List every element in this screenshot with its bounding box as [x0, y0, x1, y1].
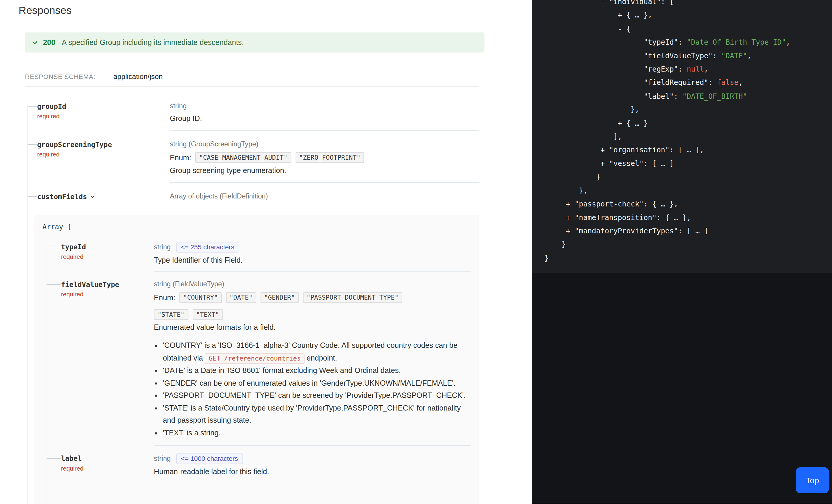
field-description: Group ID. — [170, 113, 479, 124]
enum-row: Enum: "CASE_MANAGEMENT_AUDIT" "ZERO_FOOT… — [170, 152, 479, 163]
code-token: : — [678, 38, 687, 47]
code-token: }, — [631, 105, 640, 114]
code-expand-icon[interactable]: + — [566, 213, 575, 221]
schema-field-groupScreeningType: groupScreeningType required string (Grou… — [25, 140, 479, 183]
field-left-cell: groupId required — [25, 102, 170, 131]
code-token: "individual" — [609, 0, 661, 6]
code-line: "regExp": null, — [544, 63, 832, 76]
field-description: Human-readable label for this field. — [154, 467, 471, 477]
code-token: "DATE_OF_BIRTH" — [682, 92, 747, 100]
stage: Responses 200 A specified Group includin… — [0, 0, 832, 504]
field-type: string — [154, 242, 171, 252]
field-value-type-bullets: 'COUNTRY' is a 'ISO_3166-1_alpha-3' Coun… — [154, 340, 471, 439]
code-line: } — [544, 251, 832, 265]
array-open-label: Array [ — [42, 223, 470, 231]
enum-label: Enum: — [170, 153, 191, 162]
code-token: { … } — [626, 118, 648, 127]
type-line: string <= 255 characters — [154, 242, 471, 253]
endpoint-chip: GET /reference/countries — [205, 353, 305, 364]
code-token: { — [626, 24, 631, 33]
chevron-down-icon — [31, 39, 38, 46]
code-line: + "organisation": [ … ], — [544, 143, 832, 157]
code-token: : { … }, — [656, 213, 691, 221]
code-token: } — [562, 240, 566, 248]
code-token: "DATE" — [721, 51, 747, 60]
bullet-text: endpoint. — [305, 353, 337, 362]
code-line: + "vessel": [ … ] — [544, 157, 832, 171]
code-token: } — [596, 173, 601, 181]
customFields-toggle[interactable]: customFields — [37, 192, 96, 201]
chevron-down-icon — [90, 194, 96, 200]
code-token: "vessel" — [609, 159, 644, 168]
field-description: Enumerated value formats for a field. — [154, 322, 471, 333]
code-token: } — [544, 254, 549, 262]
array-item-schema: typeId required string <= 255 characters… — [42, 242, 470, 477]
field-left-cell: typeId required — [42, 242, 154, 272]
schema-field-fieldValueType: fieldValueType required string (FieldVal… — [42, 280, 470, 446]
schema-field-customFields: customFields Array of objects (FieldDefi… — [25, 191, 479, 201]
code-line: } — [544, 238, 832, 251]
field-right-cell: Array of objects (FieldDefinition) — [170, 191, 479, 201]
response-200-banner[interactable]: 200 A specified Group including its imme… — [25, 32, 484, 52]
field-right-cell: string <= 1000 characters Human-readable… — [154, 453, 471, 477]
code-token: : [ — [661, 0, 674, 6]
bullet-item: 'PASSPORT_DOCUMENT_TYPE' can be screened… — [163, 389, 471, 402]
code-token: "regExp" — [644, 65, 678, 73]
code-expand-icon[interactable]: + — [618, 11, 626, 20]
code-sample: - "individual": [+ { … },- {"typeId": "D… — [544, 0, 832, 265]
code-token: "fieldValueType" — [644, 51, 712, 60]
enum-row: Enum: "COUNTRY" "DATE" "GENDER" "PASSPOR… — [154, 292, 471, 320]
code-token: { … }, — [626, 11, 652, 20]
field-type: string (GroupScreeningType) — [170, 140, 479, 149]
code-collapse-icon[interactable]: - — [600, 0, 609, 6]
code-expand-icon[interactable]: + — [600, 159, 609, 168]
required-badge: required — [37, 113, 170, 120]
code-token: , — [738, 78, 743, 87]
right-panel: - "individual": [+ { … },- {"typeId": "D… — [532, 0, 832, 504]
field-type: string (FieldValueType) — [154, 280, 471, 289]
media-type: application/json — [113, 73, 163, 81]
code-line: + "nameTransposition": { … }, — [544, 211, 832, 224]
bullet-item: 'TEXT' is a string. — [163, 427, 471, 439]
enum-value-chip: "ZERO_FOOTPRINT" — [295, 152, 364, 163]
code-token: "mandatoryProviderTypes" — [575, 227, 678, 235]
field-right-cell: string (FieldValueType) Enum: "COUNTRY" … — [154, 280, 471, 446]
enum-value-chip: "DATE" — [226, 292, 256, 303]
code-token: false — [717, 78, 738, 87]
code-token: : — [678, 65, 687, 73]
code-line: + "passport-check": { … }, — [544, 197, 832, 211]
field-name: typeId — [61, 243, 86, 251]
required-badge: required — [37, 151, 170, 158]
code-expand-icon[interactable]: + — [566, 200, 575, 208]
code-token: "passport-check" — [575, 200, 644, 208]
field-left-cell: fieldValueType required — [42, 280, 154, 446]
type-line: string <= 1000 characters — [154, 453, 471, 464]
field-left-cell: customFields — [25, 191, 170, 201]
schema-field-label: label required string <= 1000 characters… — [42, 453, 470, 477]
field-name: fieldValueType — [61, 281, 119, 289]
code-token: "label" — [644, 92, 674, 100]
code-expand-icon[interactable]: + — [600, 145, 609, 154]
code-collapse-icon[interactable]: - — [618, 24, 626, 33]
page-title: Responses — [19, 4, 532, 16]
required-badge: required — [61, 254, 154, 260]
bullet-item: 'GENDER' can be one of enumerated values… — [163, 377, 471, 389]
code-expand-icon[interactable]: + — [566, 227, 575, 235]
field-right-cell: string <= 255 characters Type Identifier… — [154, 242, 471, 272]
code-token: }, — [579, 186, 588, 195]
response-schema-header: RESPONSE SCHEMA: application/json — [25, 73, 479, 87]
code-token: : [ … ] — [678, 227, 708, 235]
constraint-chip: <= 1000 characters — [176, 453, 243, 464]
code-expand-icon[interactable]: + — [618, 118, 626, 127]
code-line: + "mandatoryProviderTypes": [ … ] — [544, 224, 832, 238]
viewport: Responses 200 A specified Group includin… — [0, 0, 832, 504]
code-line: "fieldValueType": "DATE", — [544, 49, 832, 63]
code-line: "fieldRequired": false, — [544, 76, 832, 89]
back-to-top-button[interactable]: Top — [796, 467, 829, 493]
code-token: "nameTransposition" — [575, 213, 656, 221]
left-panel: Responses 200 A specified Group includin… — [0, 0, 532, 504]
bullet-item: 'STATE' is a State/Country type used by … — [163, 402, 471, 426]
enum-value-chip: "STATE" — [154, 309, 188, 320]
code-token: : { … }, — [644, 200, 678, 208]
code-token: , — [747, 51, 752, 60]
